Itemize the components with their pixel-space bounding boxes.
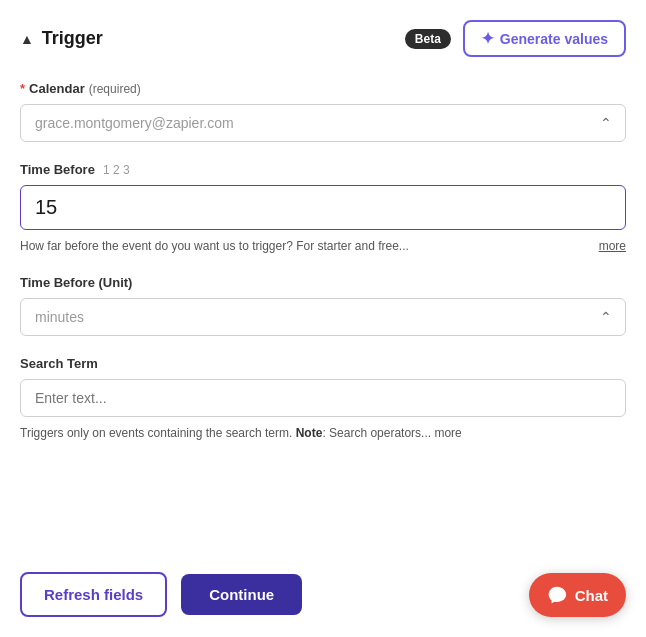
time-before-more-link[interactable]: more	[599, 237, 626, 255]
chat-button[interactable]: Chat	[529, 573, 626, 617]
time-before-helper-text: How far before the event do you want us …	[20, 237, 409, 255]
time-before-unit-label: Time Before (Unit)	[20, 275, 626, 290]
search-term-input[interactable]	[20, 379, 626, 417]
search-term-label: Search Term	[20, 356, 626, 371]
calendar-select[interactable]: grace.montgomery@zapier.com	[20, 104, 626, 142]
time-before-helper: How far before the event do you want us …	[20, 237, 626, 255]
search-term-section: Search Term Triggers only on events cont…	[20, 356, 626, 442]
generate-values-button[interactable]: ✦ Generate values	[463, 20, 626, 57]
continue-button[interactable]: Continue	[181, 574, 302, 615]
time-before-label-text: Time Before	[20, 162, 95, 177]
chat-icon	[547, 585, 567, 605]
required-indicator: (required)	[89, 82, 141, 96]
header-left: ▲ Trigger	[20, 28, 103, 49]
search-term-helper-pre: Triggers only on events containing the s…	[20, 426, 296, 440]
calendar-field-section: * Calendar (required) grace.montgomery@z…	[20, 81, 626, 142]
refresh-fields-button[interactable]: Refresh fields	[20, 572, 167, 617]
required-star: *	[20, 81, 25, 96]
time-before-unit-select[interactable]: minutes	[20, 298, 626, 336]
calendar-label: * Calendar (required)	[20, 81, 626, 96]
main-container: ▲ Trigger Beta ✦ Generate values * Calen…	[0, 0, 646, 637]
search-term-more-link[interactable]: more	[434, 426, 461, 440]
beta-badge: Beta	[405, 29, 451, 49]
search-term-helper-post: : Search operators...	[322, 426, 431, 440]
time-before-field-section: Time Before 1 2 3 How far before the eve…	[20, 162, 626, 255]
search-term-label-text: Search Term	[20, 356, 98, 371]
calendar-label-text: Calendar	[29, 81, 85, 96]
sparkle-icon: ✦	[481, 29, 494, 48]
time-before-input[interactable]	[20, 185, 626, 230]
page-title: Trigger	[42, 28, 103, 49]
search-term-helper: Triggers only on events containing the s…	[20, 424, 626, 442]
search-term-note-label: Note	[296, 426, 323, 440]
time-before-unit-label-text: Time Before (Unit)	[20, 275, 132, 290]
step-numbers: 1 2 3	[103, 163, 130, 177]
generate-values-label: Generate values	[500, 31, 608, 47]
time-before-unit-section: Time Before (Unit) minutes ⌃	[20, 275, 626, 336]
time-before-label: Time Before 1 2 3	[20, 162, 626, 177]
calendar-select-wrapper: grace.montgomery@zapier.com ⌃	[20, 104, 626, 142]
collapse-icon[interactable]: ▲	[20, 31, 34, 47]
header: ▲ Trigger Beta ✦ Generate values	[20, 20, 626, 57]
time-before-unit-select-wrapper: minutes ⌃	[20, 298, 626, 336]
chat-label: Chat	[575, 587, 608, 604]
